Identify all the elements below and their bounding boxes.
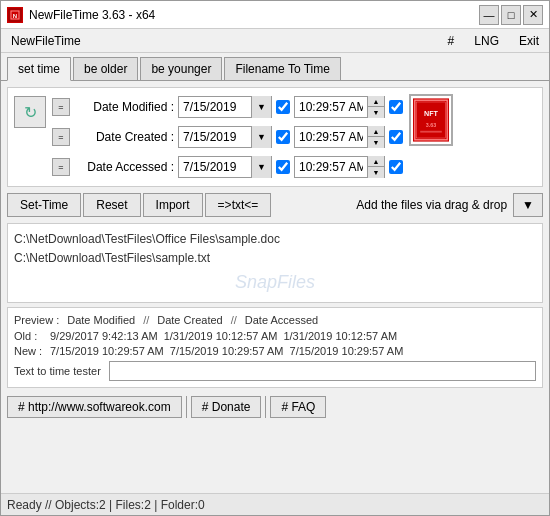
title-bar: N NewFileTime 3.63 - x64 — □ ✕	[1, 1, 549, 29]
drag-drop-label: Add the files via drag & drop	[356, 198, 507, 212]
date-accessed-date-check[interactable]	[276, 160, 290, 174]
svg-rect-3	[413, 98, 449, 141]
bottom-links: # http://www.softwareok.com # Donate # F…	[7, 392, 543, 420]
preview-col2: Date Created	[157, 314, 222, 326]
app-icon: N	[7, 7, 23, 23]
file-list[interactable]: C:\NetDownload\TestFiles\Office Files\sa…	[7, 223, 543, 303]
preview-old-row: Old : 9/29/2017 9:42:13 AM 1/31/2019 10:…	[14, 330, 536, 342]
reset-button[interactable]: Reset	[83, 193, 140, 217]
preview-section: Preview : Date Modified // Date Created …	[7, 307, 543, 388]
watermark: SnapFiles	[14, 272, 536, 293]
window-controls: — □ ✕	[479, 5, 543, 25]
preview-old-accessed: 1/31/2019 10:12:57 AM	[283, 330, 397, 342]
date-accessed-spin-up[interactable]: ▲	[368, 156, 384, 167]
preview-header: Preview : Date Modified // Date Created …	[14, 314, 536, 326]
date-modified-spin-up[interactable]: ▲	[368, 96, 384, 107]
maximize-button[interactable]: □	[501, 5, 521, 25]
tab-filename-to-time[interactable]: Filename To Time	[224, 57, 340, 80]
preview-old-label: Old :	[14, 330, 44, 342]
date-modified-label: Date Modified :	[74, 100, 174, 114]
link-sep2	[265, 396, 266, 418]
tab-set-time[interactable]: set time	[7, 57, 71, 81]
date-created-row: = Date Created : ▼ ▲ ▼	[52, 124, 403, 150]
date-modified-row: = Date Modified : ▼ ▲ ▼	[52, 94, 403, 120]
date-modified-mini-btn[interactable]: =	[52, 98, 70, 116]
preview-new-accessed: 7/15/2019 10:29:57 AM	[290, 345, 404, 357]
date-created-label: Date Created :	[74, 130, 174, 144]
date-accessed-spin-down[interactable]: ▼	[368, 167, 384, 178]
date-accessed-mini-btn[interactable]: =	[52, 158, 70, 176]
preview-col1: Date Modified	[67, 314, 135, 326]
preview-new-row: New : 7/15/2019 10:29:57 AM 7/15/2019 10…	[14, 345, 536, 357]
preview-new-label: New :	[14, 345, 44, 357]
preview-sep2: //	[231, 314, 237, 326]
date-modified-time-check[interactable]	[389, 100, 403, 114]
preview-old-created: 1/31/2019 10:12:57 AM	[164, 330, 278, 342]
link-website[interactable]: # http://www.softwareok.com	[7, 396, 182, 418]
date-modified-input[interactable]	[179, 98, 251, 116]
date-accessed-time-check[interactable]	[389, 160, 403, 174]
txt-button[interactable]: =>txt<=	[205, 193, 272, 217]
date-modified-spin: ▲ ▼	[367, 96, 384, 118]
minimize-button[interactable]: —	[479, 5, 499, 25]
preview-old-modified: 9/29/2017 9:42:13 AM	[50, 330, 158, 342]
date-accessed-time-input[interactable]	[295, 158, 367, 176]
date-modified-cal-btn[interactable]: ▼	[251, 96, 271, 118]
drag-drop-dropdown[interactable]: ▼	[513, 193, 543, 217]
chevron-down-icon: ▼	[522, 198, 534, 212]
app-name-menu: NewFileTime	[7, 32, 85, 50]
app-logo-icon: NFT 3.63	[409, 94, 453, 146]
date-created-time-input[interactable]	[295, 128, 367, 146]
main-content: ↻ = Date Modified : ▼	[1, 81, 549, 493]
date-created-spin: ▲ ▼	[367, 126, 384, 148]
svg-text:3.63: 3.63	[426, 122, 436, 128]
import-button[interactable]: Import	[143, 193, 203, 217]
date-section: ↻ = Date Modified : ▼	[7, 87, 543, 187]
window-title: NewFileTime 3.63 - x64	[29, 8, 479, 22]
close-button[interactable]: ✕	[523, 5, 543, 25]
preview-col3: Date Accessed	[245, 314, 318, 326]
date-modified-time-input[interactable]	[295, 98, 367, 116]
date-created-time-check[interactable]	[389, 130, 403, 144]
date-created-time-wrap: ▲ ▼	[294, 126, 385, 148]
date-created-date-check[interactable]	[276, 130, 290, 144]
text-tester-label: Text to time tester	[14, 365, 101, 377]
date-created-input[interactable]	[179, 128, 251, 146]
link-sep1	[186, 396, 187, 418]
date-created-spin-down[interactable]: ▼	[368, 137, 384, 148]
date-created-mini-btn[interactable]: =	[52, 128, 70, 146]
svg-text:N: N	[13, 13, 17, 19]
date-created-cal-btn[interactable]: ▼	[251, 126, 271, 148]
menu-bar: NewFileTime # LNG Exit	[1, 29, 549, 53]
date-rows: = Date Modified : ▼ ▲ ▼	[52, 94, 403, 180]
preview-title: Preview :	[14, 314, 59, 326]
text-tester-input[interactable]	[109, 361, 536, 381]
exit-menu[interactable]: Exit	[515, 32, 543, 50]
svg-rect-8	[420, 131, 442, 133]
hash-menu[interactable]: #	[444, 32, 459, 50]
date-modified-date-check[interactable]	[276, 100, 290, 114]
link-faq[interactable]: # FAQ	[270, 396, 326, 418]
date-modified-spin-down[interactable]: ▼	[368, 107, 384, 118]
tab-be-older[interactable]: be older	[73, 57, 138, 80]
preview-sep1: //	[143, 314, 149, 326]
status-bar: Ready // Objects:2 | Files:2 | Folder:0	[1, 493, 549, 515]
date-created-spin-up[interactable]: ▲	[368, 126, 384, 137]
link-donate[interactable]: # Donate	[191, 396, 262, 418]
file-item-2: C:\NetDownload\TestFiles\sample.txt	[14, 249, 536, 268]
date-accessed-cal-btn[interactable]: ▼	[251, 156, 271, 178]
date-accessed-spin: ▲ ▼	[367, 156, 384, 178]
date-accessed-input-wrap: ▼	[178, 156, 272, 178]
status-text: Ready // Objects:2 | Files:2 | Folder:0	[7, 498, 205, 512]
lng-menu[interactable]: LNG	[470, 32, 503, 50]
tab-be-younger[interactable]: be younger	[140, 57, 222, 80]
main-window: N NewFileTime 3.63 - x64 — □ ✕ NewFileTi…	[0, 0, 550, 516]
preview-new-modified: 7/15/2019 10:29:57 AM	[50, 345, 164, 357]
date-accessed-time-wrap: ▲ ▼	[294, 156, 385, 178]
date-accessed-input[interactable]	[179, 158, 251, 176]
date-created-input-wrap: ▼	[178, 126, 272, 148]
set-time-button[interactable]: Set-Time	[7, 193, 81, 217]
refresh-button[interactable]: ↻	[14, 96, 46, 128]
date-modified-time-wrap: ▲ ▼	[294, 96, 385, 118]
tabs-bar: set time be older be younger Filename To…	[1, 53, 549, 81]
